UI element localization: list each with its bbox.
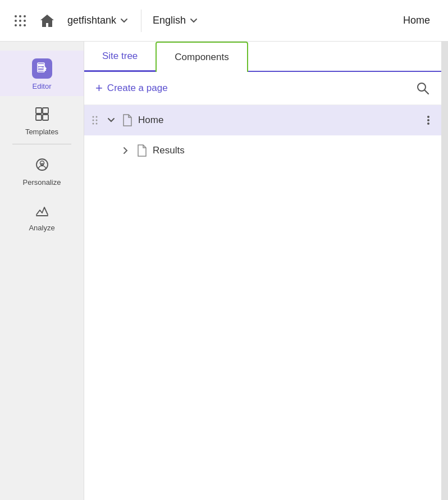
- page-icon-results: [136, 144, 148, 157]
- header-page-label: Home: [403, 15, 430, 26]
- svg-point-1: [19, 15, 21, 17]
- analyze-label: Analyze: [29, 224, 54, 232]
- svg-point-4: [19, 20, 21, 22]
- svg-line-19: [425, 90, 429, 94]
- tab-components[interactable]: Components: [156, 42, 248, 72]
- home-icon[interactable]: [36, 10, 58, 32]
- content-panel: Site tree Components + Create a page: [84, 42, 441, 500]
- editor-label: Editor: [33, 82, 52, 90]
- site-selector-chevron: [118, 15, 130, 26]
- svg-point-20: [93, 116, 94, 118]
- expand-home[interactable]: [103, 115, 119, 126]
- page-icon-home: [121, 113, 134, 127]
- create-page-label: Create a page: [107, 83, 168, 94]
- svg-point-22: [93, 120, 94, 121]
- svg-point-26: [427, 116, 429, 118]
- svg-point-27: [427, 119, 429, 121]
- svg-point-2: [24, 15, 26, 17]
- sidebar: Editor Templates: [0, 42, 84, 500]
- editor-icon: [32, 58, 52, 79]
- tree-item-results-label: Results: [153, 145, 437, 156]
- svg-rect-13: [43, 115, 48, 120]
- language-chevron: [188, 15, 199, 26]
- svg-point-7: [19, 24, 21, 26]
- templates-label: Templates: [25, 128, 58, 136]
- svg-rect-11: [43, 108, 48, 113]
- plus-icon: +: [95, 81, 103, 96]
- sidebar-item-personalize[interactable]: Personalize: [0, 147, 84, 192]
- tree-container: Home: [84, 105, 441, 500]
- tab-site-tree[interactable]: Site tree: [84, 42, 156, 72]
- analyze-icon: [32, 200, 52, 220]
- svg-point-21: [96, 116, 98, 118]
- site-selector[interactable]: getfishtank: [67, 15, 130, 26]
- more-options-home[interactable]: [420, 112, 437, 129]
- sidebar-item-editor[interactable]: Editor: [0, 51, 84, 96]
- header-divider: [141, 10, 141, 32]
- sidebar-item-analyze[interactable]: Analyze: [0, 192, 84, 238]
- main-layout: Editor Templates: [0, 42, 448, 500]
- personalize-icon: [32, 154, 52, 175]
- create-page-button[interactable]: + Create a page: [95, 81, 168, 96]
- tree-item-results[interactable]: Results: [84, 135, 441, 166]
- apps-icon[interactable]: [9, 10, 31, 32]
- drag-handle-home: [89, 115, 101, 126]
- svg-rect-10: [36, 108, 42, 113]
- svg-point-8: [24, 24, 26, 26]
- language-selector[interactable]: English: [153, 15, 199, 26]
- svg-point-3: [15, 20, 17, 22]
- svg-point-28: [427, 122, 429, 125]
- svg-rect-12: [36, 115, 42, 120]
- svg-point-24: [93, 123, 94, 125]
- language-label: English: [153, 15, 186, 26]
- header: getfishtank English Home: [0, 0, 448, 42]
- search-button[interactable]: [415, 81, 430, 96]
- svg-point-25: [96, 123, 98, 125]
- personalize-label: Personalize: [23, 178, 61, 187]
- site-name: getfishtank: [67, 15, 116, 26]
- svg-point-6: [15, 24, 17, 26]
- sidebar-divider: [12, 144, 71, 144]
- scrollbar-track[interactable]: [441, 42, 448, 500]
- templates-icon: [32, 104, 52, 124]
- svg-point-5: [24, 20, 26, 22]
- tabs-row: Site tree Components: [84, 42, 441, 72]
- tree-item-home-label: Home: [138, 115, 418, 126]
- svg-point-23: [96, 120, 98, 121]
- svg-point-0: [15, 15, 17, 17]
- create-page-row: + Create a page: [84, 72, 441, 105]
- sidebar-item-templates[interactable]: Templates: [0, 96, 84, 142]
- tree-item-home[interactable]: Home: [84, 105, 441, 135]
- expand-results[interactable]: [118, 146, 134, 156]
